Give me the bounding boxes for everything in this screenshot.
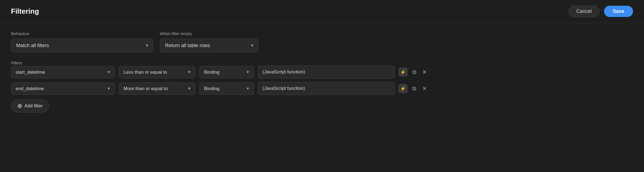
filter-2-binding-container: Binding ▼ <box>199 82 254 95</box>
behaviour-select-wrapper: Match all filters Match any filter ▼ <box>11 39 153 52</box>
filter-2-value-wrapper <box>258 82 395 95</box>
filter-1-field-wrapper: start_datetime end_datetime ▼ <box>11 66 115 78</box>
filter-1-remove-button[interactable]: ✕ <box>421 68 428 76</box>
behaviour-field-group: Behaviour Match all filters Match any fi… <box>11 31 153 52</box>
filter-1-binding-select[interactable]: Binding <box>199 66 254 78</box>
filter-2-operator-select[interactable]: More than or equal to Less than or equal… <box>119 82 196 95</box>
behaviour-label: Behaviour <box>11 31 153 36</box>
behaviour-select-container: Match all filters Match any filter ▼ <box>11 39 153 52</box>
header-actions: Cancel Save <box>568 5 633 17</box>
filter-2-value-input[interactable] <box>260 86 392 91</box>
filter-1-binding-wrapper: Binding ▼ <box>199 66 254 78</box>
when-filter-empty-select[interactable]: Return all table rows Return no rows <box>160 39 258 52</box>
filter-2-operator-wrapper: More than or equal to Less than or equal… <box>119 82 196 95</box>
filter-2-field-select[interactable]: end_datetime start_datetime <box>11 82 115 95</box>
filter-2-binding-select[interactable]: Binding <box>199 82 254 95</box>
when-filter-empty-label: When filter empty <box>160 31 258 36</box>
filter-2-binding-wrapper: Binding ▼ <box>199 82 254 95</box>
when-filter-empty-select-container: Return all table rows Return no rows ▼ <box>160 39 258 52</box>
page-container: Filtering Cancel Save Behaviour Match al… <box>0 0 644 172</box>
filter-1-value-wrapper <box>258 65 395 79</box>
save-button[interactable]: Save <box>604 6 633 17</box>
filter-1-binding-container: Binding ▼ <box>199 66 254 78</box>
add-filter-label: Add filter <box>24 103 43 109</box>
filter-2-copy-button[interactable]: ⧉ <box>411 84 417 93</box>
add-filter-button[interactable]: ⊕ Add filter <box>11 99 49 113</box>
filter-1-operator-container: Less than or equal to More than or equal… <box>119 66 196 78</box>
filter-2-lightning-button[interactable]: ⚡ <box>399 84 407 93</box>
filter-2-field-container: end_datetime start_datetime ▼ <box>11 82 115 95</box>
filter-1-lightning-button[interactable]: ⚡ <box>399 68 407 76</box>
filter-2-operator-container: More than or equal to Less than or equal… <box>119 82 196 95</box>
filters-section: Filters start_datetime end_datetime ▼ <box>11 61 633 113</box>
filter-1-field-container: start_datetime end_datetime ▼ <box>11 66 115 78</box>
filter-1-operator-select[interactable]: Less than or equal to More than or equal… <box>119 66 196 78</box>
filter-row-1: start_datetime end_datetime ▼ Less than … <box>11 65 633 79</box>
cancel-button[interactable]: Cancel <box>568 5 600 17</box>
header: Filtering Cancel Save <box>0 0 644 23</box>
filter-row-2: end_datetime start_datetime ▼ More than … <box>11 82 633 95</box>
filter-2-field-wrapper: end_datetime start_datetime ▼ <box>11 82 115 95</box>
filters-label: Filters <box>11 61 22 65</box>
filter-1-operator-wrapper: Less than or equal to More than or equal… <box>119 66 196 78</box>
filter-2-remove-button[interactable]: ✕ <box>421 84 428 93</box>
page-title: Filtering <box>11 7 39 16</box>
filter-1-copy-button[interactable]: ⧉ <box>411 68 417 76</box>
behaviour-select[interactable]: Match all filters Match any filter <box>11 39 153 52</box>
filter-1-value-input[interactable] <box>260 69 392 75</box>
filter-1-field-select[interactable]: start_datetime end_datetime <box>11 66 115 78</box>
top-row: Behaviour Match all filters Match any fi… <box>11 31 633 52</box>
when-filter-empty-select-wrapper: Return all table rows Return no rows ▼ <box>160 39 258 52</box>
when-filter-empty-field-group: When filter empty Return all table rows … <box>160 31 258 52</box>
content: Behaviour Match all filters Match any fi… <box>0 23 644 172</box>
add-filter-plus-icon: ⊕ <box>17 102 22 110</box>
